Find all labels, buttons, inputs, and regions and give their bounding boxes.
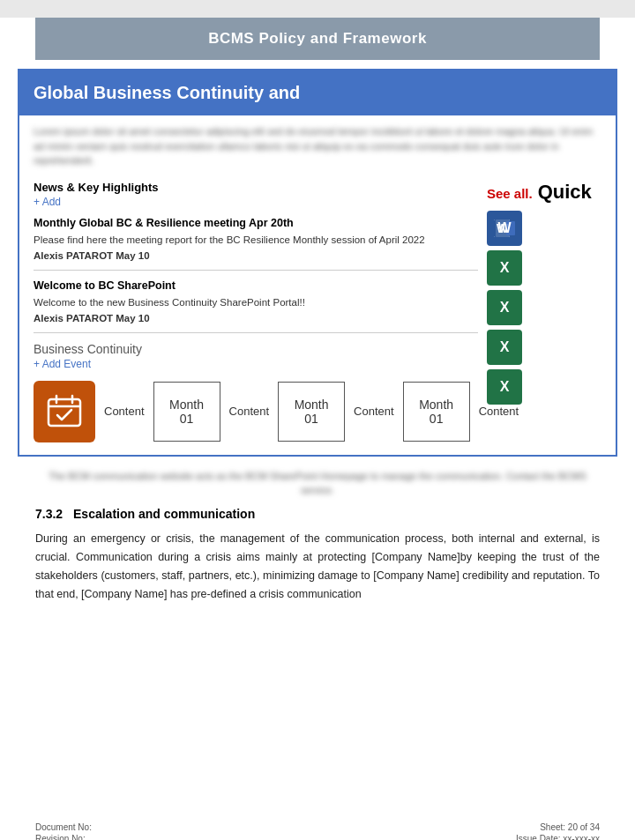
excel-icon-3: X [487,330,522,365]
cal-month-num-2: 01 [304,412,318,426]
section-heading-text: Escalation and communication [73,507,255,521]
add-news-link[interactable]: + Add [34,196,478,208]
cal-month-box-1: Month 01 [153,382,220,442]
section-body: During an emergency or crisis, the manag… [35,530,600,605]
word-icon: W W [487,211,522,246]
news-item-2-desc: Welcome to the new Business Continuity S… [34,295,478,309]
bc-section: Business Continuity + Add Event [34,342,478,442]
news-item-1: Monthly Global BC & Resilience meeting A… [34,217,478,271]
revision-no-label: Revision No: [35,834,92,840]
bottom-blurred-text: The BCM communication website acts as th… [35,469,600,498]
add-event-link[interactable]: + Add Event [34,358,478,370]
left-column: News & Key Highlights + Add Monthly Glob… [34,181,478,442]
cal-month-text-3: Month [419,398,453,412]
quick-icon-excel-4[interactable]: X [487,369,601,405]
quick-icon-excel-3[interactable]: X [487,330,601,365]
section-number: 7.3.2 [35,507,63,521]
news-item-2-author: Alexis PATAROT May 10 [34,313,478,323]
news-item-1-author: Alexis PATAROT May 10 [34,250,478,261]
section-732: 7.3.2 Escalation and communication Durin… [35,507,600,605]
news-item-2-title[interactable]: Welcome to BC SharePoint [34,279,478,292]
blurred-intro: Lorem ipsum dolor sit amet consectetur a… [34,124,601,168]
see-all-row: See all. Quick [487,181,601,204]
card-header: Global Business Continuity and [19,71,616,115]
svg-rect-0 [49,399,80,426]
quick-icons-list: W W X [487,211,601,405]
cal-month-box-2: Month 01 [278,382,345,442]
excel-icon-2: X [487,290,522,325]
news-item-1-desc: Please find here the meeting report for … [34,233,478,247]
footer-right: Sheet: 20 of 34 Issue Date: xx-xxx-xx [516,822,600,840]
quick-label: Quick [538,181,592,204]
news-item-2: Welcome to BC SharePoint Welcome to the … [34,279,478,333]
section-heading: 7.3.2 Escalation and communication [35,507,600,521]
cal-content-3: Content [350,405,398,418]
excel-icon-4: X [487,369,522,405]
cal-month-text-1: Month [169,398,204,412]
bc-title: Business Continuity [34,342,478,356]
news-section-title: News & Key Highlights [34,181,478,194]
sheet-label: Sheet: 20 of 34 [516,822,600,832]
quick-icon-word[interactable]: W W [487,211,601,246]
page-header: BCMS Policy and Framework [35,18,600,60]
two-col-layout: News & Key Highlights + Add Monthly Glob… [34,181,601,442]
quick-icon-excel-2[interactable]: X [487,290,601,325]
cal-month-box-3: Month 01 [403,382,470,442]
calendar-row: Content Month 01 Content Month [34,381,478,442]
page-title: BCMS Policy and Framework [53,30,582,48]
cal-month-text-2: Month [295,398,329,412]
quick-icon-excel-1[interactable]: X [487,250,601,286]
main-card: Global Business Continuity and Lorem ips… [18,69,617,457]
issue-date-label: Issue Date: xx-xxx-xx [516,834,600,840]
calendar-icon-box [34,381,95,442]
cal-month-num-3: 01 [430,412,444,426]
news-item-1-title[interactable]: Monthly Global BC & Resilience meeting A… [34,217,478,229]
cal-content-2: Content [226,405,273,418]
card-title: Global Business Continuity and [34,83,601,103]
page-footer: Document No: Revision No: Sheet: 20 of 3… [35,822,600,840]
see-all-link[interactable]: See all. [487,186,533,201]
calendar-icon [45,392,84,431]
footer-left: Document No: Revision No: [35,822,92,840]
cal-month-num-1: 01 [180,412,194,426]
cal-content-1: Content [101,405,148,418]
excel-icon-1: X [487,250,522,286]
document-no-label: Document No: [35,822,92,832]
card-body: Lorem ipsum dolor sit amet consectetur a… [19,115,616,455]
right-column: See all. Quick W [487,181,601,442]
